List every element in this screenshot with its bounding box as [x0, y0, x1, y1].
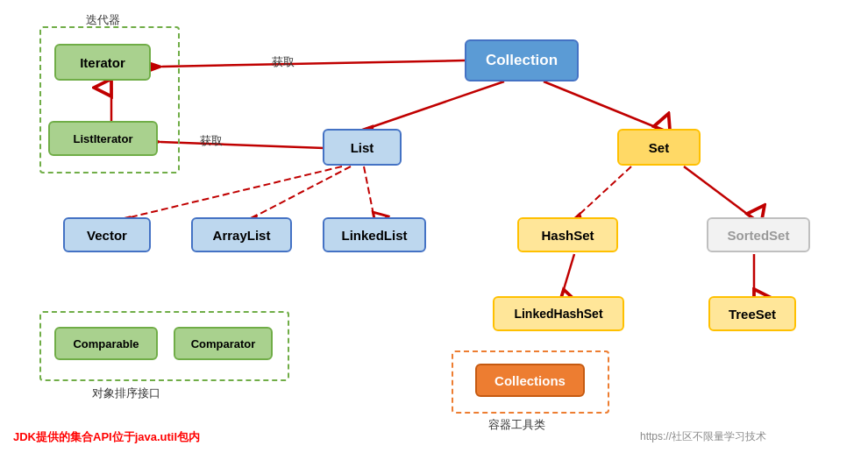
linkedhashset-node: LinkedHashSet: [493, 296, 624, 331]
arraylist-node: ArrayList: [191, 217, 292, 252]
vector-node: Vector: [63, 217, 151, 252]
diagram-container: 迭代器 获取 获取 对象排序接口 容器工具类 Collection Iterat…: [0, 0, 868, 453]
get-label-1: 获取: [272, 54, 295, 70]
svg-line-8: [123, 166, 342, 219]
svg-line-4: [160, 142, 324, 148]
svg-line-11: [574, 166, 631, 219]
svg-line-13: [561, 254, 574, 298]
collections-node: Collections: [475, 364, 585, 397]
svg-line-3: [162, 60, 465, 67]
listiterator-node: ListIterator: [48, 121, 158, 156]
sort-label: 对象排序接口: [92, 386, 160, 401]
svg-line-7: [544, 81, 662, 130]
list-node: List: [323, 129, 402, 166]
sortedset-node: SortedSet: [707, 217, 810, 252]
treeset-node: TreeSet: [708, 296, 796, 331]
comparator-node: Comparator: [174, 327, 273, 360]
set-node: Set: [617, 129, 701, 166]
get-label-2: 获取: [200, 133, 223, 149]
svg-line-9: [250, 166, 351, 219]
watermark: https://社区不限量学习技术: [640, 429, 766, 444]
iterator-label: 迭代器: [86, 12, 120, 28]
iterator-node: Iterator: [54, 44, 151, 81]
svg-line-6: [364, 81, 504, 130]
svg-line-10: [364, 166, 374, 219]
comparable-node: Comparable: [54, 327, 158, 360]
linkedlist-node: LinkedList: [323, 217, 426, 252]
collection-node: Collection: [465, 39, 579, 81]
svg-line-12: [684, 166, 754, 219]
bottom-text: JDK提供的集合API位于java.util包内: [13, 429, 200, 445]
tool-label: 容器工具类: [488, 417, 545, 433]
hashset-node: HashSet: [517, 217, 618, 252]
